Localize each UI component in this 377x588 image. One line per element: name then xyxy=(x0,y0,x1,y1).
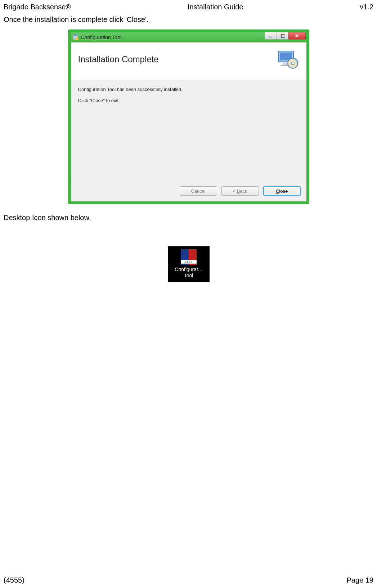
desktop-icon-brand: GADE xyxy=(181,260,197,264)
svg-point-11 xyxy=(291,62,294,65)
cancel-button-label: Cancel xyxy=(191,188,205,194)
installer-content: Configuration Tool has been successfully… xyxy=(71,80,306,181)
svg-rect-4 xyxy=(269,37,272,37)
page-footer: (4555) Page 19 xyxy=(4,576,373,584)
computer-disc-icon xyxy=(276,50,299,69)
maximize-button[interactable] xyxy=(277,32,289,40)
minimize-button[interactable] xyxy=(265,32,277,40)
footer-right: Page 19 xyxy=(346,576,373,584)
svg-rect-2 xyxy=(74,35,77,36)
window-controls: ✕ xyxy=(265,32,306,40)
desktop-icon-label: Configurat... Tool xyxy=(169,266,208,279)
desktop-icon-image: GADE xyxy=(181,249,197,265)
button-bar: Cancel < Back Close xyxy=(71,181,306,201)
window-close-button[interactable]: ✕ xyxy=(288,32,306,40)
header-center: Installation Guide xyxy=(188,3,243,11)
header-left: Brigade Backsense® xyxy=(4,3,71,11)
window-titlebar: Configuration Tool ✕ xyxy=(71,32,306,42)
window-title: Configuration Tool xyxy=(81,35,122,40)
svg-rect-5 xyxy=(281,35,284,37)
content-line-2: Click "Close" to exit. xyxy=(78,98,299,103)
intro-text-2: Desktop Icon shown below. xyxy=(0,211,377,225)
close-icon: ✕ xyxy=(295,33,299,38)
banner-title: Installation Complete xyxy=(78,54,159,64)
cancel-button[interactable]: Cancel xyxy=(180,186,217,196)
desktop-icon[interactable]: GADE Configurat... Tool xyxy=(168,246,210,282)
header-right: v1.2 xyxy=(360,3,373,11)
intro-text-1: Once the installation is complete click … xyxy=(0,13,377,27)
svg-point-3 xyxy=(76,37,78,40)
close-button[interactable]: Close xyxy=(263,186,301,196)
content-line-1: Configuration Tool has been successfully… xyxy=(78,87,299,92)
page-header: Brigade Backsense® Installation Guide v1… xyxy=(0,0,377,13)
footer-left: (4555) xyxy=(4,576,24,584)
installer-window: Configuration Tool ✕ Installation Comple… xyxy=(68,29,309,204)
installer-banner: Installation Complete xyxy=(71,42,306,80)
installer-icon xyxy=(72,34,79,41)
back-button[interactable]: < Back xyxy=(221,186,259,196)
back-button-label: < Back xyxy=(233,188,247,194)
close-button-label: Close xyxy=(276,188,288,194)
